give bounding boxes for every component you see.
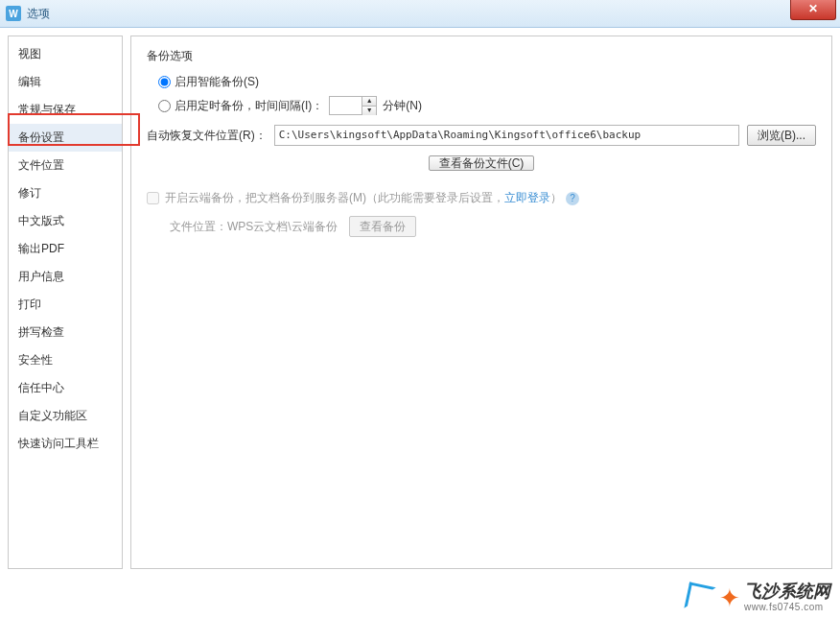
view-backup-row: 查看备份文件(C) xyxy=(147,154,816,173)
sidebar-item-8[interactable]: 用户信息 xyxy=(9,263,122,291)
recovery-path-input[interactable]: C:\Users\kingsoft\AppData\Roaming\Kingso… xyxy=(274,125,739,146)
smart-backup-row: 启用智能备份(S) xyxy=(158,74,816,90)
section-title: 备份选项 xyxy=(147,48,816,64)
interval-down-icon[interactable]: ▼ xyxy=(362,106,376,115)
watermark-sub: www.fs0745.com xyxy=(744,602,830,612)
timed-backup-label: 启用定时备份，时间间隔(I)： xyxy=(175,98,323,114)
interval-stepper[interactable]: ▲ ▼ xyxy=(329,96,377,115)
login-link[interactable]: 立即登录 xyxy=(504,190,550,206)
sidebar-item-12[interactable]: 信任中心 xyxy=(9,374,122,402)
sidebar: 视图编辑常规与保存备份设置文件位置修订中文版式输出PDF用户信息打印拼写检查安全… xyxy=(8,36,123,569)
cloud-backup-row: 开启云端备份，把文档备份到服务器(M)（此功能需要登录后设置， 立即登录 ） ? xyxy=(147,190,816,206)
sidebar-item-1[interactable]: 编辑 xyxy=(9,68,122,96)
browse-button[interactable]: 浏览(B)... xyxy=(747,125,816,146)
titlebar: W 选项 ✕ xyxy=(0,0,840,28)
cloud-backup-tail: ） xyxy=(550,190,562,206)
sidebar-item-4[interactable]: 文件位置 xyxy=(9,152,122,179)
recovery-path-label: 自动恢复文件位置(R)： xyxy=(147,128,267,144)
sidebar-item-3[interactable]: 备份设置 xyxy=(9,124,122,152)
sidebar-item-5[interactable]: 修订 xyxy=(9,179,122,207)
window-body: 视图编辑常规与保存备份设置文件位置修订中文版式输出PDF用户信息打印拼写检查安全… xyxy=(0,28,840,577)
interval-unit: 分钟(N) xyxy=(383,98,422,114)
sidebar-item-14[interactable]: 快速访问工具栏 xyxy=(9,430,122,458)
cloud-location-row: 文件位置： WPS云文档\云端备份 查看备份 xyxy=(170,216,816,237)
sidebar-item-6[interactable]: 中文版式 xyxy=(9,207,122,235)
sidebar-item-0[interactable]: 视图 xyxy=(9,40,122,68)
timed-backup-row: 启用定时备份，时间间隔(I)： ▲ ▼ 分钟(N) xyxy=(158,96,816,115)
sidebar-item-2[interactable]: 常规与保存 xyxy=(9,96,122,124)
sidebar-item-11[interactable]: 安全性 xyxy=(9,346,122,374)
watermark-square-icon xyxy=(684,582,715,613)
app-icon: W xyxy=(6,6,21,21)
file-location-label: 文件位置： xyxy=(170,219,227,235)
smart-backup-radio[interactable] xyxy=(158,76,171,88)
close-button[interactable]: ✕ xyxy=(790,0,836,20)
timed-backup-radio[interactable] xyxy=(158,100,171,112)
help-icon[interactable]: ? xyxy=(566,192,579,205)
sidebar-item-13[interactable]: 自定义功能区 xyxy=(9,402,122,430)
watermark-main: 飞沙系统网 xyxy=(744,582,830,602)
recovery-path-row: 自动恢复文件位置(R)： C:\Users\kingsoft\AppData\R… xyxy=(147,125,816,146)
watermark-flame-icon: ✦ xyxy=(719,587,740,608)
sidebar-item-10[interactable]: 拼写检查 xyxy=(9,319,122,346)
view-backup-button[interactable]: 查看备份文件(C) xyxy=(429,155,535,171)
interval-up-icon[interactable]: ▲ xyxy=(362,97,376,106)
watermark: ✦ 飞沙系统网 www.fs0745.com xyxy=(687,582,830,612)
main-panel: 备份选项 启用智能备份(S) 启用定时备份，时间间隔(I)： ▲ ▼ 分钟(N)… xyxy=(130,36,832,569)
view-cloud-backup-button[interactable]: 查看备份 xyxy=(349,216,416,237)
smart-backup-label: 启用智能备份(S) xyxy=(175,74,259,90)
file-location-value: WPS云文档\云端备份 xyxy=(227,219,338,235)
close-icon: ✕ xyxy=(808,2,818,15)
cloud-backup-label: 开启云端备份，把文档备份到服务器(M)（此功能需要登录后设置， xyxy=(165,190,504,206)
sidebar-item-7[interactable]: 输出PDF xyxy=(9,235,122,263)
cloud-backup-checkbox[interactable] xyxy=(147,192,159,204)
sidebar-item-9[interactable]: 打印 xyxy=(9,291,122,319)
window-title: 选项 xyxy=(27,6,50,22)
